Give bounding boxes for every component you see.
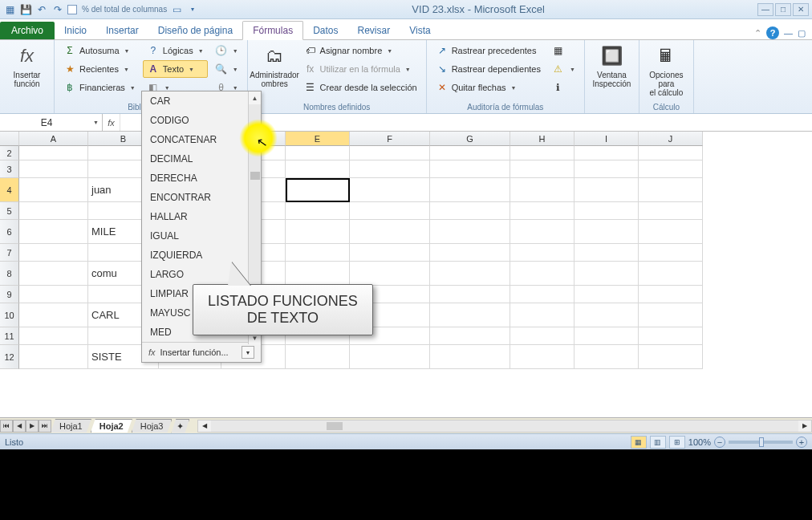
- cell-J7[interactable]: [639, 244, 703, 262]
- cell-G6[interactable]: [430, 220, 510, 244]
- func-item-derecha[interactable]: DERECHA: [142, 169, 261, 188]
- scroll-thumb[interactable]: [250, 172, 260, 180]
- row-header-12[interactable]: 12: [0, 345, 19, 369]
- financieras-button[interactable]: ฿Financieras▼: [59, 79, 140, 96]
- cell-F2[interactable]: [350, 146, 430, 160]
- col-header-I[interactable]: I: [574, 132, 639, 146]
- cell-A4[interactable]: [19, 178, 88, 202]
- cell-F6[interactable]: [350, 220, 430, 244]
- sheet-nav-next[interactable]: ▶: [26, 420, 39, 433]
- maximize-button[interactable]: □: [775, 3, 791, 16]
- cell-A7[interactable]: [19, 244, 88, 262]
- tab-file[interactable]: Archivo: [0, 22, 55, 39]
- row-header-4[interactable]: 4: [0, 178, 19, 202]
- tab-datos[interactable]: Datos: [303, 22, 347, 39]
- cell-F12[interactable]: [350, 345, 430, 369]
- insert-function-button[interactable]: fx Insertar función: [5, 42, 49, 90]
- cell-J4[interactable]: [639, 178, 703, 202]
- col-header-H[interactable]: H: [510, 132, 574, 146]
- cell-E5[interactable]: [286, 202, 350, 220]
- row-header-5[interactable]: 5: [0, 202, 19, 220]
- hscroll-right-icon[interactable]: ▶: [798, 420, 811, 432]
- cell-G2[interactable]: [430, 146, 510, 160]
- cell-E12[interactable]: [286, 345, 350, 369]
- cell-J5[interactable]: [639, 202, 703, 220]
- view-break-button[interactable]: ⊞: [669, 436, 685, 449]
- lookup-button[interactable]: 🔍▼: [211, 60, 242, 78]
- row-header-3[interactable]: 3: [0, 160, 19, 178]
- cell-J6[interactable]: [639, 220, 703, 244]
- cell-F8[interactable]: [350, 262, 430, 286]
- quitar-flechas-button[interactable]: ✕Quitar flechas▼: [432, 79, 545, 96]
- recientes-button[interactable]: ★Recientes▼: [59, 60, 140, 78]
- cell-E2[interactable]: [286, 146, 350, 160]
- namebox-dropdown-icon[interactable]: ▼: [93, 120, 102, 125]
- datetime-button[interactable]: 🕒▼: [211, 42, 242, 59]
- logicas-button[interactable]: ?Lógicas▼: [143, 42, 208, 59]
- name-box[interactable]: E4 ▼: [0, 114, 103, 131]
- func-item-codigo[interactable]: CODIGO: [142, 111, 261, 130]
- cell-I2[interactable]: [574, 146, 639, 160]
- cell-E3[interactable]: [286, 160, 350, 178]
- zoom-out-button[interactable]: −: [714, 437, 725, 448]
- row-header-11[interactable]: 11: [0, 327, 19, 345]
- dropdown-arrow-icon[interactable]: ▼: [242, 346, 254, 359]
- func-item-car[interactable]: CAR: [142, 91, 261, 111]
- sheet-tab-hoja1[interactable]: Hoja1: [51, 419, 91, 433]
- hscroll-left-icon[interactable]: ◀: [198, 420, 211, 432]
- window-minimize-icon[interactable]: —: [784, 28, 793, 38]
- cell-I10[interactable]: [574, 303, 639, 327]
- cell-I11[interactable]: [574, 327, 639, 345]
- crear-seleccion-button[interactable]: ☰Crear desde la selección: [300, 79, 421, 96]
- cell-H2[interactable]: [510, 146, 574, 160]
- cell-I5[interactable]: [574, 202, 639, 220]
- cell-G8[interactable]: [430, 262, 510, 286]
- cell-H4[interactable]: [510, 178, 574, 202]
- tab-insertar[interactable]: Insertar: [96, 22, 148, 39]
- col-header-G[interactable]: G: [430, 132, 510, 146]
- cell-I4[interactable]: [574, 178, 639, 202]
- view-normal-button[interactable]: ▦: [631, 436, 647, 449]
- hscroll-thumb[interactable]: [327, 422, 343, 430]
- cell-I7[interactable]: [574, 244, 639, 262]
- asignar-nombre-button[interactable]: 🏷Asignar nombre▼: [300, 42, 421, 59]
- rastrear-dependientes-button[interactable]: ↘Rastrear dependientes: [432, 60, 545, 78]
- func-item-igual[interactable]: IGUAL: [142, 226, 261, 246]
- sheet-tab-hoja2[interactable]: Hoja2: [91, 419, 132, 433]
- cell-H3[interactable]: [510, 160, 574, 178]
- cell-H6[interactable]: [510, 220, 574, 244]
- func-item-encontrar[interactable]: ENCONTRAR: [142, 188, 261, 207]
- minimize-button[interactable]: —: [757, 3, 773, 16]
- cell-A11[interactable]: [19, 327, 88, 345]
- show-formulas-button[interactable]: ▦: [548, 42, 579, 59]
- cell-A9[interactable]: [19, 286, 88, 303]
- cell-J11[interactable]: [639, 327, 703, 345]
- sheet-tab-hoja3[interactable]: Hoja3: [132, 419, 173, 433]
- sheet-nav-first[interactable]: ⏮: [0, 420, 13, 433]
- sheet-tab-new[interactable]: ✦: [171, 419, 189, 433]
- row-header-8[interactable]: 8: [0, 262, 19, 286]
- func-item-concatenar[interactable]: CONCATENAR: [142, 130, 261, 149]
- sheet-nav-last[interactable]: ⏭: [39, 420, 51, 433]
- cell-G10[interactable]: [430, 303, 510, 327]
- qat-item-icon[interactable]: ▭: [170, 3, 183, 16]
- col-header-J[interactable]: J: [639, 132, 703, 146]
- name-manager-button[interactable]: 🗂 Administrador ombres: [253, 42, 297, 90]
- cell-I3[interactable]: [574, 160, 639, 178]
- sheet-nav-prev[interactable]: ◀: [13, 420, 26, 433]
- tab-formulas[interactable]: Fórmulas: [242, 21, 303, 40]
- cell-J9[interactable]: [639, 286, 703, 303]
- cell-J8[interactable]: [639, 262, 703, 286]
- select-all-corner[interactable]: [0, 132, 19, 146]
- cell-F7[interactable]: [350, 244, 430, 262]
- cell-H10[interactable]: [510, 303, 574, 327]
- col-header-A[interactable]: A: [19, 132, 88, 146]
- cell-G12[interactable]: [430, 345, 510, 369]
- row-header-10[interactable]: 10: [0, 303, 19, 327]
- col-header-E[interactable]: E: [286, 132, 350, 146]
- cell-A3[interactable]: [19, 160, 88, 178]
- tab-inicio[interactable]: Inicio: [55, 22, 96, 39]
- cell-E6[interactable]: [286, 220, 350, 244]
- cell-A8[interactable]: [19, 262, 88, 286]
- cell-F5[interactable]: [350, 202, 430, 220]
